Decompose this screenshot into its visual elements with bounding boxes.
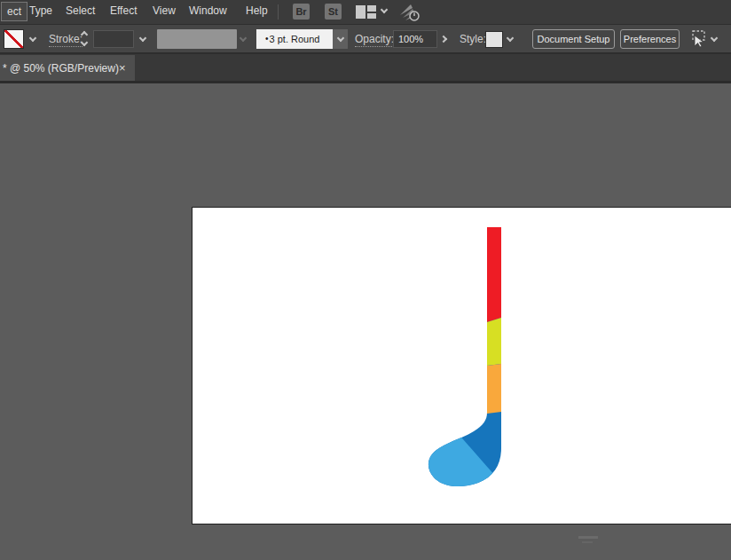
- workspace-block: [367, 5, 376, 12]
- width-profile-chevron-down-icon: [240, 35, 247, 42]
- style-label: Style:: [460, 33, 486, 45]
- workspace-chevron-down-icon[interactable]: [381, 6, 388, 13]
- menu-help[interactable]: Help: [246, 4, 268, 17]
- brush-definition-value: 3 pt. Round: [270, 34, 320, 44]
- menu-effect[interactable]: Effect: [110, 4, 137, 17]
- illustrator-window: ect Type Select Effect View Window Help …: [0, 0, 731, 560]
- menu-divider: [278, 4, 279, 20]
- stroke-weight-stepper[interactable]: [80, 30, 91, 48]
- menu-window[interactable]: Window: [189, 4, 227, 17]
- width-profile-dropdown: [157, 29, 237, 49]
- stroke-label[interactable]: Stroke:: [49, 33, 83, 47]
- stock-icon[interactable]: St: [325, 4, 342, 20]
- stick-segment-yellow-green[interactable]: [487, 318, 501, 366]
- hockey-stick-artwork[interactable]: [0, 83, 731, 560]
- selection-options-chevron-down-icon[interactable]: [711, 35, 718, 42]
- opacity-field[interactable]: 100%: [393, 30, 437, 48]
- share-publish-icon[interactable]: [397, 3, 421, 26]
- document-tab-title: * @ 50% (RGB/Preview): [3, 62, 119, 75]
- control-bar: Stroke: • 3 pt. Round Opacity: 100% Styl…: [0, 25, 731, 54]
- menu-select[interactable]: Select: [66, 4, 95, 17]
- menu-object-partial[interactable]: ect: [1, 2, 28, 21]
- active-document-tab[interactable]: * @ 50% (RGB/Preview) ×: [0, 55, 135, 81]
- graphic-style-swatch[interactable]: [485, 31, 503, 48]
- pasteboard-artifact: [578, 536, 598, 539]
- stroke-color-chevron-down-icon[interactable]: [29, 35, 36, 42]
- canvas-area[interactable]: [0, 83, 731, 560]
- stroke-color-none-swatch[interactable]: [4, 29, 24, 49]
- brush-chevron-down-icon[interactable]: [333, 29, 348, 49]
- stroke-weight-field[interactable]: [93, 30, 134, 48]
- menu-type[interactable]: Type: [29, 4, 52, 17]
- menu-bar: ect Type Select Effect View Window Help …: [0, 0, 731, 25]
- document-tab-bar: * @ 50% (RGB/Preview) ×: [0, 54, 731, 83]
- workspace-block: [367, 13, 376, 19]
- tab-close-icon[interactable]: ×: [119, 61, 126, 75]
- stepper-up-icon[interactable]: [81, 31, 88, 38]
- opacity-chevron-right-icon[interactable]: [436, 29, 452, 49]
- workspace-block: [356, 5, 366, 19]
- stick-segment-red[interactable]: [487, 227, 501, 322]
- stroke-weight-chevron-down-icon[interactable]: [135, 29, 150, 49]
- pasteboard-artifact: [582, 541, 593, 543]
- preferences-button[interactable]: Preferences: [620, 29, 680, 49]
- stepper-down-icon[interactable]: [81, 39, 88, 46]
- workspace-switcher-icon[interactable]: [356, 5, 376, 19]
- brush-dot-preview: •: [265, 29, 269, 49]
- bridge-icon[interactable]: Br: [293, 4, 310, 20]
- style-chevron-down-icon[interactable]: [507, 35, 514, 42]
- stick-segment-orange[interactable]: [487, 364, 501, 414]
- brush-definition-dropdown[interactable]: • 3 pt. Round: [256, 29, 333, 49]
- selection-tool-options-icon[interactable]: [688, 29, 708, 52]
- opacity-label[interactable]: Opacity:: [355, 33, 394, 47]
- menu-view[interactable]: View: [153, 4, 176, 17]
- document-setup-button[interactable]: Document Setup: [532, 29, 615, 49]
